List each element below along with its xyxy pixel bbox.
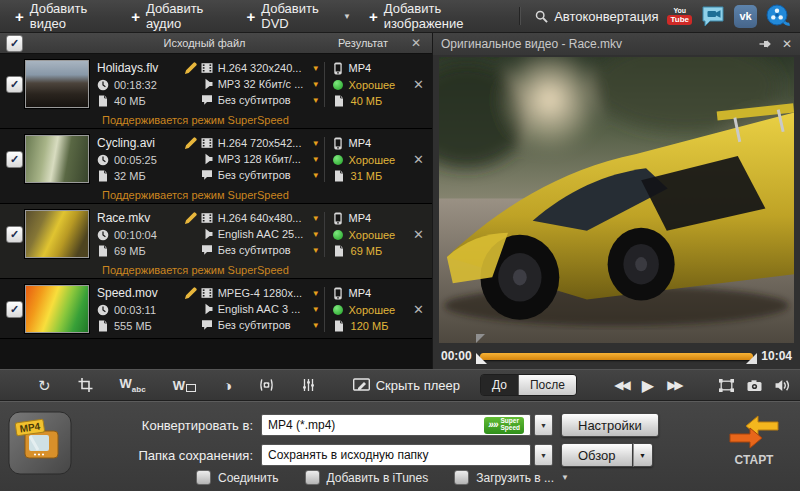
upload-label: Загрузить в ... bbox=[476, 471, 554, 485]
edit-icon[interactable] bbox=[184, 212, 197, 225]
rotate-button[interactable]: ↻ bbox=[38, 378, 51, 393]
file-list-panel: ✓ Исходный файл Результат ✕ ✓ Holidays.f… bbox=[0, 33, 432, 369]
add-image-button[interactable]: + Добавить изображение bbox=[360, 0, 514, 32]
row-checkbox[interactable]: ✓ bbox=[6, 151, 23, 168]
join-checkbox[interactable] bbox=[196, 470, 211, 485]
autoconvert-label: Автоконвертация bbox=[554, 9, 658, 24]
convert-to-label: Конвертировать в: bbox=[98, 418, 253, 433]
settings-button[interactable]: Настройки bbox=[561, 413, 659, 437]
subtitle-select[interactable]: Без субтитров▼ bbox=[201, 169, 320, 181]
quality-indicator bbox=[333, 80, 343, 90]
video-stream-select[interactable]: MPEG-4 1280x...▼ bbox=[201, 287, 320, 299]
clock-icon bbox=[97, 304, 109, 316]
start-arrows-icon bbox=[728, 414, 780, 448]
subtitle-select[interactable]: Без субтитров▼ bbox=[201, 244, 320, 256]
itunes-checkbox[interactable] bbox=[305, 470, 320, 485]
plus-icon: + bbox=[246, 9, 255, 24]
file-icon bbox=[97, 245, 109, 257]
trim-end-handle[interactable] bbox=[746, 353, 757, 364]
hide-player-label: Скрыть плеер bbox=[376, 378, 460, 393]
video-stream-select[interactable]: H.264 720x542...▼ bbox=[201, 137, 320, 149]
file-row[interactable]: ✓ Holidays.flv 00:18:32 40 МБ H.264 320x… bbox=[0, 54, 432, 129]
browse-dropdown-button[interactable]: ▼ bbox=[633, 443, 653, 467]
watermark-image-button[interactable]: W bbox=[173, 379, 196, 392]
select-all-checkbox[interactable]: ✓ bbox=[6, 35, 23, 52]
audio-stream-select[interactable]: English AAC 3 ...▼ bbox=[201, 303, 320, 315]
clear-list-button[interactable]: ✕ bbox=[406, 36, 426, 50]
upload-option[interactable]: Загрузить в ... ▼ bbox=[454, 470, 569, 485]
add-audio-label: Добавить аудио bbox=[146, 1, 229, 31]
output-format: MP4 bbox=[349, 137, 372, 149]
edit-icon[interactable] bbox=[184, 287, 197, 300]
subtitle-select[interactable]: Без субтитров▼ bbox=[201, 319, 320, 331]
row-checkbox[interactable]: ✓ bbox=[6, 226, 23, 243]
file-row[interactable]: ✓ Cycling.avi 00:05:25 32 МБ H.264 720x5… bbox=[0, 129, 432, 204]
film-reel-icon[interactable] bbox=[766, 4, 790, 28]
file-row[interactable]: ✓ Speed.mov 00:03:11 555 МБ MPEG-4 1280x… bbox=[0, 279, 432, 339]
format-dropdown-button[interactable]: ▼ bbox=[534, 414, 553, 436]
video-chat-icon[interactable] bbox=[701, 4, 725, 28]
video-stream-select[interactable]: H.264 320x240...▼ bbox=[201, 62, 320, 74]
edit-icon[interactable] bbox=[184, 137, 197, 150]
trim-start-handle[interactable] bbox=[476, 353, 487, 364]
output-size: 40 МБ bbox=[351, 95, 383, 107]
audio-stream-select[interactable]: English AAC 25...▼ bbox=[201, 228, 320, 240]
equalizer-button[interactable] bbox=[301, 378, 316, 392]
save-folder-select[interactable]: Сохранять в исходную папку bbox=[261, 444, 531, 466]
subtitle-icon bbox=[201, 169, 213, 181]
audio-stream-select[interactable]: MP3 32 Кбит/с ...▼ bbox=[201, 78, 320, 90]
watermark-text-button[interactable]: Wabc bbox=[120, 377, 146, 394]
remove-file-button[interactable]: ✕ bbox=[413, 227, 424, 242]
add-audio-button[interactable]: + Добавить аудио bbox=[122, 0, 237, 32]
chevron-down-icon[interactable]: ▼ bbox=[561, 473, 569, 482]
fast-forward-button[interactable]: ▶▶ bbox=[667, 378, 681, 392]
volume-button[interactable] bbox=[775, 379, 790, 392]
remove-file-button[interactable]: ✕ bbox=[413, 152, 424, 167]
video-frame[interactable] bbox=[439, 57, 794, 343]
browse-button[interactable]: Обзор bbox=[561, 443, 633, 467]
before-after-toggle[interactable]: До После bbox=[480, 374, 577, 396]
join-option[interactable]: Соединить bbox=[196, 470, 279, 485]
subtitle-select[interactable]: Без субтитров▼ bbox=[201, 94, 320, 106]
row-checkbox[interactable]: ✓ bbox=[6, 301, 23, 318]
output-format-icon[interactable]: MP4 bbox=[8, 411, 72, 475]
itunes-option[interactable]: Добавить в iTunes bbox=[305, 470, 429, 485]
dropdown-icon: ▼ bbox=[312, 305, 320, 314]
rewind-button[interactable]: ◀◀ bbox=[614, 378, 628, 392]
remove-file-button[interactable]: ✕ bbox=[413, 302, 424, 317]
play-button[interactable]: ▶ bbox=[642, 376, 654, 395]
quality-indicator bbox=[333, 155, 343, 165]
youtube-icon[interactable]: You Tube bbox=[667, 7, 692, 25]
close-preview-button[interactable]: ✕ bbox=[782, 37, 792, 51]
upload-checkbox[interactable] bbox=[454, 470, 469, 485]
device-icon bbox=[333, 62, 343, 75]
fullscreen-button[interactable] bbox=[719, 379, 734, 392]
stabilize-button[interactable] bbox=[259, 378, 274, 392]
edit-controls-bar: ↻ Wabc W ◑ Скрыть плеер До После ◀◀ ▶ ▶▶ bbox=[0, 369, 800, 401]
crop-button[interactable] bbox=[78, 378, 93, 392]
format-select[interactable]: MP4 (*.mp4) »» SuperSpeed bbox=[261, 414, 531, 436]
add-dvd-button[interactable]: + Добавить DVD ▼ bbox=[237, 0, 359, 32]
audio-stream-select[interactable]: MP3 128 Кбит/...▼ bbox=[201, 153, 320, 165]
superspeed-note: Поддерживается режим SuperSpeed bbox=[0, 264, 432, 277]
row-checkbox[interactable]: ✓ bbox=[6, 76, 23, 93]
snapshot-button[interactable] bbox=[747, 379, 762, 392]
start-button[interactable]: СТАРТ bbox=[728, 414, 780, 467]
contrast-button[interactable]: ◑ bbox=[223, 378, 232, 393]
result-column-header: Результат bbox=[320, 37, 406, 49]
chevrons-icon: »» bbox=[488, 420, 497, 430]
before-button[interactable]: До bbox=[481, 375, 518, 395]
hide-player-button[interactable]: Скрыть плеер bbox=[353, 378, 460, 393]
folder-dropdown-button[interactable]: ▼ bbox=[534, 444, 553, 466]
vk-icon[interactable]: vk bbox=[734, 5, 757, 28]
add-video-button[interactable]: + Добавить видео bbox=[6, 0, 122, 32]
autoconvert-button[interactable]: Автоконвертация bbox=[526, 0, 667, 32]
pin-icon[interactable] bbox=[759, 38, 772, 50]
edit-icon[interactable] bbox=[184, 62, 197, 75]
after-button[interactable]: После bbox=[518, 375, 576, 395]
file-row-selected[interactable]: ✓ Race.mkv 00:10:04 69 МБ H.264 640x480.… bbox=[0, 204, 432, 279]
video-stream-select[interactable]: H.264 640x480...▼ bbox=[201, 212, 320, 224]
seek-bar[interactable] bbox=[480, 353, 754, 360]
list-header: ✓ Исходный файл Результат ✕ bbox=[0, 33, 432, 54]
remove-file-button[interactable]: ✕ bbox=[413, 77, 424, 92]
